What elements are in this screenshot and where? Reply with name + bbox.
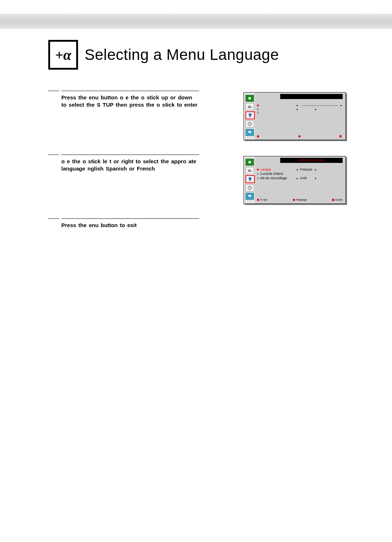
step-number — [48, 218, 59, 222]
osd-row: ◂▸ — [257, 107, 343, 111]
osd-sidebar — [244, 156, 255, 204]
svg-rect-1 — [248, 106, 249, 108]
step-text: Press the enu button to exit — [61, 218, 199, 229]
svg-rect-13 — [250, 171, 251, 172]
step-2: o e the o stick le t or right to select … — [48, 155, 346, 204]
page-title: Selecting a Menu Language — [85, 46, 279, 63]
svg-rect-4 — [249, 114, 251, 116]
osd-main: INSTALLATION Langue ◂Français▸ Contrôle … — [255, 156, 346, 204]
svg-point-10 — [248, 161, 251, 163]
picture-icon — [245, 159, 254, 166]
svg-rect-9 — [248, 131, 251, 133]
osd-row — [257, 111, 343, 114]
svg-rect-11 — [248, 170, 249, 172]
osd-screenshot-2: INSTALLATION Langue ◂Français▸ Contrôle … — [244, 156, 346, 204]
steps-container: Press the enu button o e the o stick up … — [48, 91, 346, 243]
svg-rect-5 — [249, 116, 251, 117]
osd-footer — [257, 135, 343, 137]
step-text: Press the enu button o e the o stick up … — [61, 91, 199, 109]
svg-rect-3 — [250, 107, 251, 108]
step-number — [48, 91, 59, 94]
osd-title — [280, 94, 343, 99]
osd-screenshot-1: ◂▸ ◂▸ — [244, 92, 346, 140]
top-banner — [0, 14, 392, 29]
setup-icon — [245, 111, 255, 119]
svg-rect-12 — [249, 169, 250, 172]
osd-sidebar — [244, 93, 255, 140]
osd-main: ◂▸ ◂▸ — [255, 93, 346, 140]
osd-footer: D´epl. Réglage Sortic — [257, 198, 343, 201]
osd-row-lock: elé de verrouillage ◂Arrêt▸ — [257, 176, 343, 180]
page-title-row: +α Selecting a Menu Language — [48, 40, 279, 70]
osd-row-ident: Contrôle d'ident — [257, 172, 343, 176]
input-icon — [245, 193, 254, 200]
osd-row: ◂▸ — [257, 103, 343, 107]
svg-rect-2 — [249, 105, 250, 108]
svg-point-0 — [248, 97, 251, 99]
step-number — [48, 155, 59, 158]
svg-rect-15 — [249, 180, 251, 181]
svg-rect-19 — [248, 195, 251, 197]
step-3: Press the enu button to exit — [48, 218, 346, 229]
svg-rect-14 — [249, 177, 251, 180]
sound-icon — [245, 103, 254, 110]
input-icon — [245, 129, 254, 136]
osd-row-langue: Langue ◂Français▸ — [257, 167, 343, 172]
clock-icon — [245, 120, 254, 128]
step-1: Press the enu button o e the o stick up … — [48, 91, 346, 140]
osd-title: INSTALLATION — [280, 158, 343, 163]
icon-text: +α — [55, 46, 72, 63]
step-text: o e the o stick le t or right to select … — [61, 155, 199, 173]
picture-icon — [245, 95, 254, 102]
sound-icon — [245, 167, 254, 174]
setup-icon — [245, 175, 255, 183]
plus-alpha-icon: +α — [48, 40, 78, 70]
clock-icon — [245, 184, 254, 192]
